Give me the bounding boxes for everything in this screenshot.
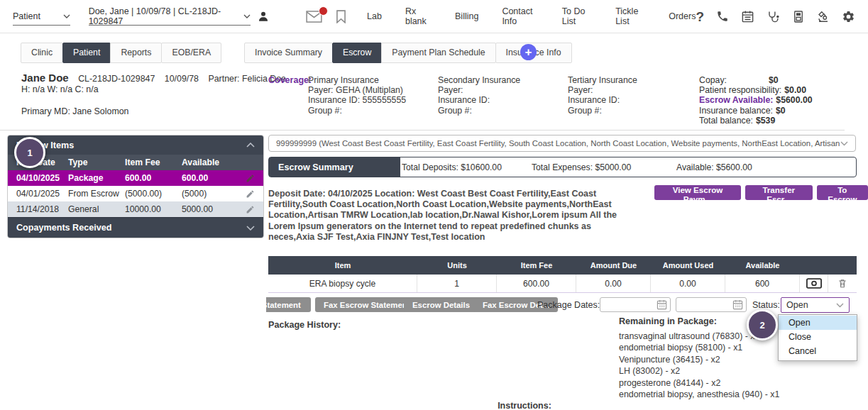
escrow-statement-button-clipped: Escrow Statement (266, 297, 311, 312)
topbar-link-billing[interactable]: Billing (455, 11, 478, 21)
delete-trash-icon[interactable] (828, 275, 857, 292)
col-item: Item (268, 256, 417, 275)
transfer-escrow-button[interactable]: Transfer Escr... (745, 185, 813, 200)
calendar-clipboard-icon[interactable] (741, 10, 754, 23)
remaining-item: endometrial biopsy, anesthesia (940) - x… (619, 389, 779, 400)
escrow-item-row[interactable]: 04/10/2025 Package 600.00 600.00 (8, 170, 263, 186)
patient-responsibility-value: $0.00 (784, 85, 806, 95)
primary-insurance-title: Primary Insurance (308, 75, 406, 85)
copayments-received-header[interactable]: Copayments Received (8, 217, 263, 238)
view-escrow-payments-button[interactable]: View Escrow Paym... (654, 185, 741, 200)
escrow-page: Patient Doe, Jane | 10/09/78 | CL-218JD-… (0, 0, 868, 410)
tertiary-insurance-payer: Payer: (568, 85, 637, 95)
topbar-tool-icons: ? (696, 10, 855, 23)
row-fee: (5000.00) (125, 189, 182, 199)
calendar-icon[interactable] (732, 299, 743, 310)
person-icon[interactable] (258, 11, 269, 22)
topbar-link-to-do-list[interactable]: To Do List (562, 6, 592, 26)
status-option-close[interactable]: Close (779, 330, 857, 344)
deposit-location-text: Deposit Date: 04/10/2025 Location: West … (268, 189, 629, 243)
status-select[interactable]: Open (781, 297, 850, 313)
tab-payment-plan-schedule[interactable]: Payment Plan Schedule (381, 43, 495, 63)
remaining-item: LH (83002) - x2 (619, 365, 779, 377)
tab-invoice-summary[interactable]: Invoice Summary (244, 43, 333, 63)
package-date-start-input[interactable] (600, 297, 671, 312)
escrow-summary-title: Escrow Summary (269, 157, 400, 177)
primary-insurance-id: Insurance ID: 555555555 (308, 95, 406, 105)
lab-machine-icon[interactable] (792, 10, 805, 23)
topbar-link-orders[interactable]: Orders (669, 11, 696, 21)
phone-icon[interactable] (716, 10, 729, 23)
row-fee: 600.00 (125, 173, 182, 183)
topbar-link-lab[interactable]: Lab (367, 11, 382, 21)
topbar-link-rx-blank[interactable]: Rx blank (405, 6, 432, 26)
package-dates-label: Package Dates: (537, 300, 600, 310)
escrow-item-row[interactable]: 04/01/2025 From Escrow (5000.00) (5000) (8, 186, 263, 201)
col-item-fee: Item Fee (125, 157, 182, 167)
cell-amount-due: 0.00 (576, 275, 651, 292)
tab-eob-era[interactable]: EOB/ERA (161, 43, 221, 63)
chevron-down-icon (63, 14, 70, 18)
microscope-icon[interactable] (817, 10, 830, 23)
secondary-insurance-payer: Payer: (438, 85, 520, 95)
primary-insurance: Primary Insurance Payer: GEHA (Multiplan… (308, 75, 406, 116)
chevron-up-icon (246, 143, 255, 148)
tab-patient[interactable]: Patient (62, 43, 111, 63)
chevron-down-icon (836, 303, 844, 308)
package-date-end-input[interactable] (676, 297, 747, 312)
status-option-cancel[interactable]: Cancel (779, 344, 857, 358)
payment-money-icon[interactable] (800, 275, 828, 292)
context-select-value: Patient (13, 11, 40, 21)
patient-summary: Jane Doe CL-218JD-1029847 10/09/78 Partn… (21, 73, 293, 117)
gear-icon[interactable] (842, 10, 855, 23)
edit-icon[interactable] (235, 174, 263, 183)
chevron-down-icon (243, 14, 251, 18)
tertiary-insurance: Tertiary Insurance Payer: Insurance ID: … (568, 75, 637, 116)
stethoscope-icon[interactable] (767, 10, 780, 23)
mail-icon[interactable] (306, 11, 322, 23)
col-available: Available (182, 157, 235, 167)
edit-icon[interactable] (235, 189, 263, 199)
total-deposits: Total Deposits: $10600.00 (402, 157, 502, 177)
add-tab-button[interactable]: + (520, 44, 537, 60)
row-fee: 10000.00 (125, 204, 182, 214)
escrow-details-button[interactable]: Escrow Details (404, 297, 478, 312)
context-select[interactable]: Patient (13, 8, 70, 26)
total-balance-value: $539 (756, 116, 775, 126)
main-tabs: Clinic Patient Reports EOB/ERA (21, 43, 221, 63)
header-divider (0, 130, 845, 131)
escrow-item-row[interactable]: 11/14/2018 General 10000.00 5000.00 (8, 201, 263, 217)
edit-icon[interactable] (235, 205, 263, 214)
to-escrow-button[interactable]: To Escrow (817, 185, 868, 200)
escrow-statement-button[interactable]: Escrow Statement (266, 297, 311, 312)
topbar-link-contact-info[interactable]: Contact Info (502, 6, 538, 26)
instructions-label: Instructions: (268, 401, 781, 410)
escrow-available-value: $5600.00 (776, 95, 812, 105)
fax-escrow-statement-button[interactable]: Fax Escrow Statement (315, 297, 419, 312)
copayments-received-title: Copayments Received (16, 223, 111, 233)
escrow-location-select[interactable]: 999999999 (West Coast Best Coast Fertili… (268, 135, 856, 152)
patient-vitals: H: n/a W: n/a C: n/a (21, 84, 293, 95)
topbar-link-tickle-list[interactable]: Tickle List (615, 6, 645, 26)
tab-reports[interactable]: Reports (110, 43, 162, 63)
status-dropdown-list: Open Close Cancel (778, 314, 857, 361)
tab-escrow[interactable]: Escrow (332, 43, 382, 63)
remaining-in-package-label: Remaining in Package: (619, 316, 717, 326)
calendar-icon[interactable] (657, 299, 667, 310)
tertiary-insurance-title: Tertiary Insurance (568, 75, 637, 85)
status-option-open[interactable]: Open (779, 316, 857, 330)
patient-select[interactable]: Doe, Jane | 10/09/78 | CL-218JD-1029847 (89, 8, 251, 26)
copay-value: $0 (769, 75, 779, 85)
row-date: 04/01/2025 (8, 189, 68, 199)
escrow-items-header[interactable]: Escrow Items (8, 135, 263, 155)
tab-clinic[interactable]: Clinic (21, 43, 63, 63)
insurance-balance-label: Insurance balance: (699, 106, 773, 116)
help-icon[interactable]: ? (696, 10, 704, 23)
secondary-insurance-group: Group #: (438, 106, 520, 116)
row-type: From Escrow (68, 189, 125, 199)
bookmark-icon[interactable] (336, 10, 346, 23)
package-history-label: Package History: (268, 320, 341, 330)
row-available: 600.00 (182, 173, 235, 183)
chevron-down-icon (246, 226, 255, 231)
col-units: Units (417, 256, 497, 275)
